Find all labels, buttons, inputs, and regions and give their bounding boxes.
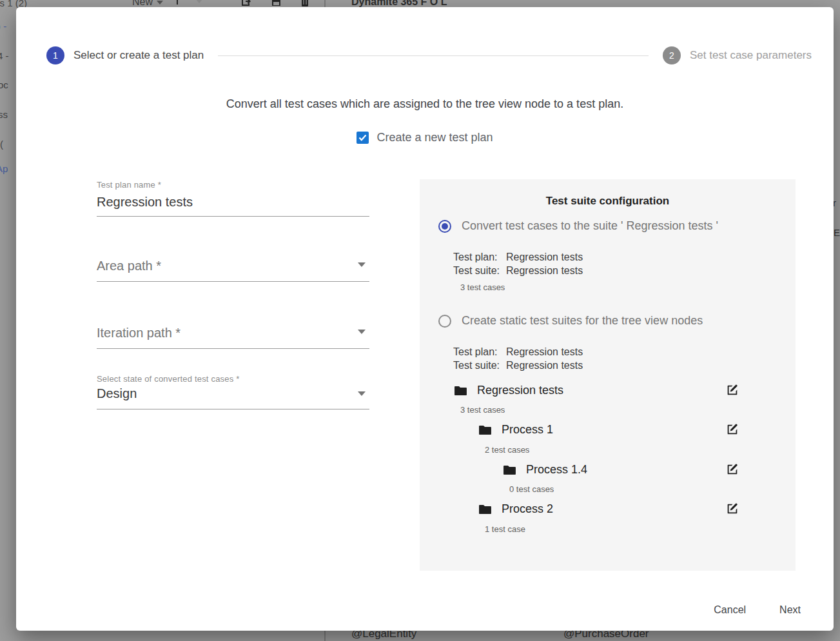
step-1-label: Select or create a test plan bbox=[73, 49, 204, 62]
create-static-suites-label: Create static test suites for the tree v… bbox=[462, 314, 703, 328]
tree-row: Process 2 bbox=[478, 502, 553, 516]
edit-suite-button[interactable] bbox=[725, 422, 739, 437]
test-plan-key: Test plan: bbox=[453, 345, 506, 359]
export-icon[interactable] bbox=[241, 0, 251, 6]
iteration-path-placeholder: Iteration path * bbox=[97, 322, 369, 349]
bg-toolbar-divider bbox=[324, 0, 326, 7]
state-select[interactable]: Design bbox=[97, 384, 369, 409]
edit-suite-button[interactable] bbox=[725, 502, 739, 516]
area-path-field: Area path * bbox=[97, 255, 369, 282]
chevron-down-icon bbox=[358, 330, 366, 334]
iteration-path-select[interactable]: Iteration path * bbox=[97, 322, 369, 349]
chevron-down-icon bbox=[358, 262, 366, 267]
step-1-indicator: 1 bbox=[46, 46, 64, 64]
test-plan-name-label: Test plan name * bbox=[97, 180, 369, 190]
bg-grid-divider bbox=[324, 631, 326, 641]
state-value: Design bbox=[97, 384, 369, 409]
folder-icon bbox=[454, 385, 467, 396]
dialog-footer: Cancel Next bbox=[714, 604, 801, 616]
radio-unselected-icon bbox=[438, 315, 451, 328]
create-new-test-plan-label: Create a new test plan bbox=[376, 131, 493, 144]
bg-left-fragment: Ap bbox=[0, 163, 8, 174]
bg-left-fragment: ) - bbox=[0, 21, 6, 32]
tree-row: Process 1 bbox=[478, 423, 553, 437]
panel-title: Test suite configuration bbox=[420, 195, 796, 208]
convert-test-cases-dialog: 1 Select or create a test plan 2 Set tes… bbox=[16, 7, 834, 631]
tree-node-label: Regression tests bbox=[477, 384, 563, 397]
edit-suite-button[interactable] bbox=[725, 383, 739, 397]
test-plan-value: Regression tests bbox=[506, 251, 583, 262]
test-suite-value: Regression tests bbox=[506, 265, 583, 276]
bg-left-fragment: ss bbox=[0, 109, 8, 120]
bg-left-fragment: ( bbox=[0, 139, 3, 150]
bg-right-fragment: E bbox=[834, 227, 840, 238]
folder-icon bbox=[503, 464, 516, 475]
tree-node-count: 1 test case bbox=[485, 524, 525, 534]
dialog-description: Convert all test cases which are assigne… bbox=[16, 97, 834, 111]
wizard-stepper: 1 Select or create a test plan 2 Set tes… bbox=[46, 46, 812, 64]
area-path-select[interactable]: Area path * bbox=[97, 255, 369, 282]
next-button[interactable]: Next bbox=[779, 604, 801, 616]
tree-node-label: Process 1.4 bbox=[526, 463, 587, 477]
chevron-down-icon bbox=[358, 391, 366, 396]
test-plan-name-field: Test plan name * Regression tests bbox=[97, 180, 369, 217]
tree-row: Regression tests bbox=[454, 384, 563, 397]
edit-suite-button[interactable] bbox=[725, 462, 739, 477]
test-suite-configuration-panel: Test suite configuration Convert test ca… bbox=[420, 179, 796, 571]
option1-info: Test plan:Regression tests Test suite:Re… bbox=[453, 250, 583, 277]
tree-row: Process 1.4 bbox=[503, 463, 587, 477]
stepper-connector-line bbox=[218, 55, 649, 56]
tree-node-count: 2 test cases bbox=[485, 445, 529, 455]
test-suite-key: Test suite: bbox=[453, 359, 506, 372]
test-plan-value: Regression tests bbox=[506, 346, 583, 357]
chevron-down-icon[interactable] bbox=[195, 0, 203, 5]
tree-node-count: 0 test cases bbox=[509, 484, 554, 494]
cancel-button[interactable]: Cancel bbox=[714, 604, 746, 616]
check-icon bbox=[358, 134, 367, 141]
test-suite-value: Regression tests bbox=[506, 360, 583, 371]
bg-left-fragment: 4 - bbox=[0, 50, 9, 61]
test-suite-key: Test suite: bbox=[453, 264, 506, 277]
folder-icon bbox=[478, 504, 492, 515]
area-path-placeholder: Area path * bbox=[97, 255, 369, 282]
test-plan-key: Test plan: bbox=[453, 250, 506, 264]
state-label: Select state of converted test cases * bbox=[97, 374, 369, 384]
radio-selected-icon bbox=[438, 220, 451, 233]
create-new-test-plan-checkbox[interactable] bbox=[357, 132, 369, 144]
test-plan-name-input[interactable]: Regression tests bbox=[97, 190, 369, 217]
tree-node-label: Process 1 bbox=[502, 423, 553, 437]
tree-node-label: Process 2 bbox=[502, 502, 553, 516]
upload-icon[interactable] bbox=[173, 0, 182, 6]
step-2-indicator: 2 bbox=[663, 46, 681, 64]
chevron-down-icon bbox=[157, 1, 163, 5]
step-2-label: Set test case parameters bbox=[690, 49, 812, 62]
option1-test-case-count: 3 test cases bbox=[460, 282, 505, 292]
create-static-suites-radio[interactable]: Create static test suites for the tree v… bbox=[438, 314, 703, 328]
option2-info: Test plan:Regression tests Test suite:Re… bbox=[453, 345, 583, 372]
iteration-path-field: Iteration path * bbox=[97, 322, 369, 349]
save-icon[interactable] bbox=[271, 0, 281, 6]
bg-left-fragment: oc bbox=[0, 79, 8, 90]
trash-icon[interactable] bbox=[300, 0, 309, 6]
convert-to-suite-radio[interactable]: Convert test cases to the suite ' Regres… bbox=[438, 219, 718, 233]
convert-to-suite-label: Convert test cases to the suite ' Regres… bbox=[462, 219, 718, 233]
tree-node-count: 3 test cases bbox=[460, 405, 505, 415]
state-field: Select state of converted test cases * D… bbox=[97, 374, 369, 409]
folder-icon bbox=[478, 424, 492, 435]
